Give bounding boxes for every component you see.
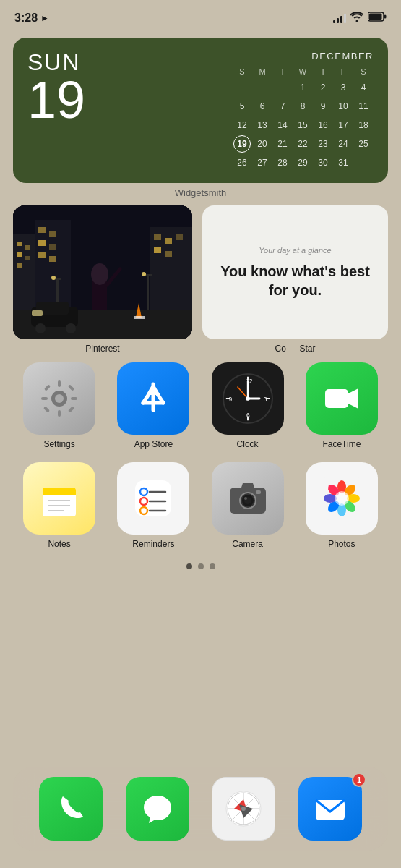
svg-rect-20 — [176, 234, 183, 240]
svg-point-50 — [55, 394, 64, 403]
calendar-cell: 13 — [254, 116, 271, 134]
calendar-cell — [254, 79, 271, 96]
reminders-label: Reminders — [132, 539, 174, 549]
calendar-cell: 3 — [335, 79, 352, 96]
reminders-icon — [117, 462, 189, 535]
svg-rect-47 — [43, 406, 50, 412]
svg-rect-8 — [25, 256, 30, 260]
calendar-cell: 7 — [274, 98, 291, 115]
svg-rect-15 — [38, 252, 46, 258]
calendar-cell: 1 — [294, 79, 311, 96]
svg-rect-12 — [49, 231, 56, 237]
notes-label: Notes — [48, 539, 70, 549]
photos-icon — [306, 462, 378, 535]
calendar-cell: 18 — [355, 116, 372, 134]
page-dot-1 — [186, 563, 192, 569]
mail-badge: 1 — [352, 773, 366, 787]
svg-rect-13 — [38, 240, 46, 246]
settings-label: Settings — [43, 439, 74, 449]
svg-rect-18 — [154, 234, 161, 240]
appstore-icon — [117, 362, 189, 435]
calendar-cell: 9 — [314, 98, 332, 115]
calendar-cell: 26 — [233, 154, 251, 171]
app-item-clock[interactable]: 12 3 6 9 Clock — [204, 362, 291, 449]
svg-rect-37 — [32, 310, 43, 316]
calendar-header-cell: S — [353, 66, 374, 77]
svg-rect-41 — [58, 380, 61, 387]
svg-rect-21 — [154, 247, 161, 253]
calendar-widget[interactable]: SUN 19 DECEMBER SMTWTFS12345678910111213… — [13, 38, 388, 183]
calendar-cell: 20 — [254, 135, 271, 153]
svg-rect-1 — [384, 15, 387, 19]
app-item-appstore[interactable]: App Store — [110, 362, 197, 449]
dock-app-phone[interactable] — [39, 777, 103, 841]
svg-rect-5 — [17, 242, 22, 246]
phone-icon — [39, 777, 103, 841]
app-item-camera[interactable]: Camera — [204, 462, 291, 549]
app-item-facetime[interactable]: FaceTime — [298, 362, 385, 449]
svg-rect-9 — [17, 263, 22, 268]
calendar-cell: 4 — [355, 79, 372, 96]
svg-rect-68 — [325, 389, 348, 408]
dock: 1 — [13, 767, 388, 851]
camera-label: Camera — [232, 539, 263, 549]
calendar-grid: DECEMBER SMTWTFS123456789101112131415161… — [232, 51, 374, 171]
calendar-cell: 29 — [294, 154, 311, 171]
battery-icon — [368, 12, 387, 25]
app-item-reminders[interactable]: Reminders — [110, 462, 197, 549]
calendar-cell: 2 — [314, 79, 332, 96]
calendar-cell — [274, 79, 291, 96]
calendar-header-cell: T — [272, 66, 293, 77]
svg-point-87 — [244, 497, 247, 500]
svg-rect-42 — [58, 410, 61, 417]
calendar-header-cell: F — [333, 66, 353, 77]
costar-widget[interactable]: Your day at a glance You know what's bes… — [202, 205, 388, 339]
svg-point-31 — [91, 263, 108, 285]
svg-point-98 — [335, 491, 349, 506]
calendar-cell: 6 — [254, 98, 271, 115]
svg-rect-7 — [17, 252, 22, 257]
app-item-settings[interactable]: Settings — [16, 362, 103, 449]
widget-names: Pinterest Co — Star — [13, 344, 388, 354]
clock-icon: 12 3 6 9 — [212, 362, 284, 435]
svg-point-67 — [246, 396, 250, 401]
costar-text: You know what's best for you. — [214, 262, 376, 299]
svg-text:9: 9 — [228, 396, 232, 403]
svg-rect-46 — [68, 406, 74, 412]
wifi-icon — [350, 12, 363, 25]
calendar-cell: 17 — [335, 116, 352, 134]
svg-rect-43 — [41, 397, 48, 400]
calendar-cell: 28 — [274, 154, 291, 171]
calendar-header-cell: M — [252, 66, 272, 77]
status-icons — [333, 12, 387, 25]
dock-app-safari[interactable] — [212, 777, 275, 841]
dock-app-messages[interactable] — [126, 777, 189, 841]
dock-app-mail[interactable]: 1 — [298, 777, 362, 841]
svg-rect-22 — [165, 251, 172, 257]
svg-point-29 — [142, 272, 146, 276]
svg-point-35 — [35, 323, 46, 333]
pinterest-widget[interactable] — [13, 205, 192, 339]
svg-rect-14 — [49, 244, 56, 250]
calendar-cell — [233, 79, 251, 96]
mail-icon — [298, 777, 362, 841]
calendar-cell: 11 — [355, 98, 372, 115]
app-item-photos[interactable]: Photos — [298, 462, 385, 549]
page-dot-2 — [198, 563, 204, 569]
calendar-cell: 31 — [335, 154, 352, 171]
calendar-cell: 21 — [274, 135, 291, 153]
calendar-header-cell: W — [293, 66, 313, 77]
svg-rect-6 — [25, 245, 30, 250]
pinterest-label: Pinterest — [13, 344, 192, 354]
svg-marker-69 — [348, 388, 358, 409]
app-item-notes[interactable]: Notes — [16, 462, 103, 549]
calendar-header-cell: T — [313, 66, 333, 77]
calendar-cell: 15 — [294, 116, 311, 134]
calendar-cell — [355, 154, 372, 171]
location-icon: ► — [40, 13, 49, 23]
calendar-cell: 22 — [294, 135, 311, 153]
calendar-cell: 24 — [335, 135, 352, 153]
widget-row: Your day at a glance You know what's bes… — [13, 205, 388, 339]
calendar-cell: 23 — [314, 135, 332, 153]
calendar-cell: 12 — [233, 116, 251, 134]
